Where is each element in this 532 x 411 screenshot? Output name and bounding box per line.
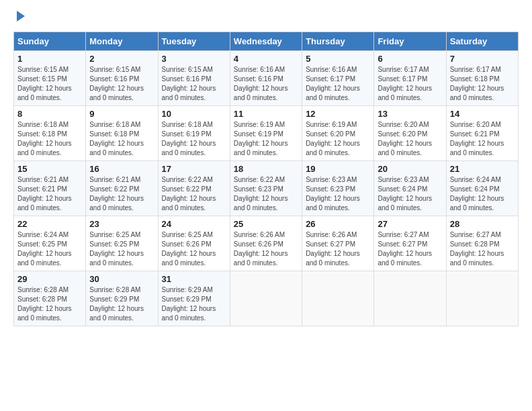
calendar-table: SundayMondayTuesdayWednesdayThursdayFrid… — [13, 32, 519, 326]
day-detail: Sunrise: 6:24 AMSunset: 6:24 PMDaylight:… — [450, 175, 515, 213]
calendar-header: SundayMondayTuesdayWednesdayThursdayFrid… — [14, 32, 519, 51]
day-detail: Sunrise: 6:29 AMSunset: 6:29 PMDaylight:… — [162, 285, 226, 323]
day-number: 5 — [306, 54, 370, 64]
day-cell: 20Sunrise: 6:23 AMSunset: 6:24 PMDayligh… — [374, 161, 446, 216]
day-detail: Sunrise: 6:27 AMSunset: 6:27 PMDaylight:… — [378, 230, 442, 268]
day-number: 6 — [378, 54, 442, 64]
day-cell: 7Sunrise: 6:17 AMSunset: 6:18 PMDaylight… — [446, 51, 518, 106]
day-detail: Sunrise: 6:26 AMSunset: 6:26 PMDaylight:… — [234, 230, 298, 268]
day-number: 7 — [450, 54, 515, 64]
day-cell: 12Sunrise: 6:19 AMSunset: 6:20 PMDayligh… — [302, 106, 374, 161]
day-cell: 18Sunrise: 6:22 AMSunset: 6:23 PMDayligh… — [230, 161, 302, 216]
day-cell: 17Sunrise: 6:22 AMSunset: 6:22 PMDayligh… — [158, 161, 230, 216]
day-cell: 10Sunrise: 6:18 AMSunset: 6:19 PMDayligh… — [158, 106, 230, 161]
day-detail: Sunrise: 6:17 AMSunset: 6:17 PMDaylight:… — [378, 65, 442, 103]
day-number: 10 — [162, 109, 226, 119]
day-cell: 29Sunrise: 6:28 AMSunset: 6:28 PMDayligh… — [14, 271, 86, 326]
day-detail: Sunrise: 6:25 AMSunset: 6:25 PMDaylight:… — [89, 230, 154, 268]
day-number: 2 — [89, 54, 154, 64]
day-number: 12 — [306, 109, 370, 119]
day-number: 31 — [162, 274, 226, 284]
day-cell — [230, 271, 302, 326]
day-number: 22 — [17, 219, 82, 229]
day-detail: Sunrise: 6:24 AMSunset: 6:25 PMDaylight:… — [17, 230, 82, 268]
day-cell: 21Sunrise: 6:24 AMSunset: 6:24 PMDayligh… — [446, 161, 518, 216]
day-detail: Sunrise: 6:18 AMSunset: 6:18 PMDaylight:… — [89, 120, 154, 158]
day-detail: Sunrise: 6:19 AMSunset: 6:19 PMDaylight:… — [234, 120, 298, 158]
day-number: 17 — [162, 164, 226, 174]
day-cell: 6Sunrise: 6:17 AMSunset: 6:17 PMDaylight… — [374, 51, 446, 106]
day-detail: Sunrise: 6:15 AMSunset: 6:15 PMDaylight:… — [17, 65, 82, 103]
day-cell: 26Sunrise: 6:26 AMSunset: 6:27 PMDayligh… — [302, 216, 374, 271]
day-cell: 31Sunrise: 6:29 AMSunset: 6:29 PMDayligh… — [158, 271, 230, 326]
day-number: 16 — [89, 164, 154, 174]
header-cell-sunday: Sunday — [14, 32, 86, 51]
day-cell: 11Sunrise: 6:19 AMSunset: 6:19 PMDayligh… — [230, 106, 302, 161]
day-cell: 16Sunrise: 6:21 AMSunset: 6:22 PMDayligh… — [86, 161, 158, 216]
day-cell: 9Sunrise: 6:18 AMSunset: 6:18 PMDaylight… — [86, 106, 158, 161]
day-number: 11 — [234, 109, 298, 119]
day-detail: Sunrise: 6:27 AMSunset: 6:28 PMDaylight:… — [450, 230, 515, 268]
day-cell — [302, 271, 374, 326]
logo-arrow-icon — [17, 11, 25, 21]
day-cell: 22Sunrise: 6:24 AMSunset: 6:25 PMDayligh… — [14, 216, 86, 271]
day-cell: 1Sunrise: 6:15 AMSunset: 6:15 PMDaylight… — [14, 51, 86, 106]
day-detail: Sunrise: 6:18 AMSunset: 6:19 PMDaylight:… — [162, 120, 226, 158]
day-number: 29 — [17, 274, 82, 284]
day-cell: 23Sunrise: 6:25 AMSunset: 6:25 PMDayligh… — [86, 216, 158, 271]
day-detail: Sunrise: 6:23 AMSunset: 6:24 PMDaylight:… — [378, 175, 442, 213]
day-detail: Sunrise: 6:28 AMSunset: 6:28 PMDaylight:… — [17, 285, 82, 323]
day-cell — [374, 271, 446, 326]
day-cell: 28Sunrise: 6:27 AMSunset: 6:28 PMDayligh… — [446, 216, 518, 271]
day-detail: Sunrise: 6:22 AMSunset: 6:22 PMDaylight:… — [162, 175, 226, 213]
day-number: 23 — [89, 219, 154, 229]
day-number: 18 — [234, 164, 298, 174]
day-detail: Sunrise: 6:28 AMSunset: 6:29 PMDaylight:… — [89, 285, 154, 323]
day-cell: 3Sunrise: 6:15 AMSunset: 6:16 PMDaylight… — [158, 51, 230, 106]
day-number: 13 — [378, 109, 442, 119]
header-cell-friday: Friday — [374, 32, 446, 51]
week-row-2: 8Sunrise: 6:18 AMSunset: 6:18 PMDaylight… — [14, 106, 519, 161]
week-row-5: 29Sunrise: 6:28 AMSunset: 6:28 PMDayligh… — [14, 271, 519, 326]
day-detail: Sunrise: 6:18 AMSunset: 6:18 PMDaylight:… — [17, 120, 82, 158]
day-detail: Sunrise: 6:20 AMSunset: 6:21 PMDaylight:… — [450, 120, 515, 158]
day-number: 14 — [450, 109, 515, 119]
day-cell: 2Sunrise: 6:15 AMSunset: 6:16 PMDaylight… — [86, 51, 158, 106]
day-number: 9 — [89, 109, 154, 119]
day-cell: 5Sunrise: 6:16 AMSunset: 6:17 PMDaylight… — [302, 51, 374, 106]
header-cell-wednesday: Wednesday — [230, 32, 302, 51]
day-number: 20 — [378, 164, 442, 174]
day-number: 24 — [162, 219, 226, 229]
week-row-3: 15Sunrise: 6:21 AMSunset: 6:21 PMDayligh… — [14, 161, 519, 216]
header-cell-thursday: Thursday — [302, 32, 374, 51]
day-detail: Sunrise: 6:25 AMSunset: 6:26 PMDaylight:… — [162, 230, 226, 268]
day-detail: Sunrise: 6:22 AMSunset: 6:23 PMDaylight:… — [234, 175, 298, 213]
day-detail: Sunrise: 6:21 AMSunset: 6:22 PMDaylight:… — [89, 175, 154, 213]
day-number: 27 — [378, 219, 442, 229]
day-number: 28 — [450, 219, 515, 229]
day-number: 8 — [17, 109, 82, 119]
day-detail: Sunrise: 6:26 AMSunset: 6:27 PMDaylight:… — [306, 230, 370, 268]
day-cell: 4Sunrise: 6:16 AMSunset: 6:16 PMDaylight… — [230, 51, 302, 106]
header-row: SundayMondayTuesdayWednesdayThursdayFrid… — [14, 32, 519, 51]
day-detail: Sunrise: 6:15 AMSunset: 6:16 PMDaylight:… — [162, 65, 226, 103]
week-row-4: 22Sunrise: 6:24 AMSunset: 6:25 PMDayligh… — [14, 216, 519, 271]
day-cell: 30Sunrise: 6:28 AMSunset: 6:29 PMDayligh… — [86, 271, 158, 326]
day-cell: 25Sunrise: 6:26 AMSunset: 6:26 PMDayligh… — [230, 216, 302, 271]
day-cell: 24Sunrise: 6:25 AMSunset: 6:26 PMDayligh… — [158, 216, 230, 271]
day-detail: Sunrise: 6:20 AMSunset: 6:20 PMDaylight:… — [378, 120, 442, 158]
day-number: 30 — [89, 274, 154, 284]
day-number: 25 — [234, 219, 298, 229]
day-detail: Sunrise: 6:23 AMSunset: 6:23 PMDaylight:… — [306, 175, 370, 213]
day-cell — [446, 271, 518, 326]
day-number: 15 — [17, 164, 82, 174]
page-header — [13, 13, 519, 21]
day-detail: Sunrise: 6:16 AMSunset: 6:17 PMDaylight:… — [306, 65, 370, 103]
logo — [13, 13, 25, 21]
day-detail: Sunrise: 6:17 AMSunset: 6:18 PMDaylight:… — [450, 65, 515, 103]
header-cell-tuesday: Tuesday — [158, 32, 230, 51]
day-number: 1 — [17, 54, 82, 64]
day-number: 4 — [234, 54, 298, 64]
week-row-1: 1Sunrise: 6:15 AMSunset: 6:15 PMDaylight… — [14, 51, 519, 106]
day-number: 3 — [162, 54, 226, 64]
